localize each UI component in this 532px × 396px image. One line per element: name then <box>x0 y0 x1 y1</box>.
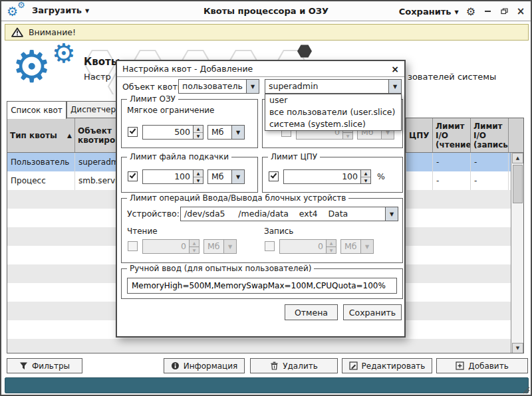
cell-type: Процесс <box>7 171 75 190</box>
spin-down-icon[interactable]: ▼ <box>343 133 352 140</box>
window-title: Квоты процессора и ОЗУ <box>203 6 329 16</box>
page-subtitle-right: зователей системы <box>408 72 496 82</box>
spin-up-icon[interactable]: ▲ <box>194 170 203 177</box>
ram-limit-group: Лимит ОЗУ Мягкое ограничение 500 ▲▼ Мб ▼ <box>121 99 258 148</box>
quota-type-select[interactable]: пользователь ▼ <box>178 79 259 94</box>
soft-limit-unit-select[interactable]: Мб ▼ <box>207 125 245 140</box>
cancel-button[interactable]: Отмена <box>285 304 338 320</box>
dropdown-option[interactable]: все пользователи (user.slice) <box>265 106 401 118</box>
column-header-type[interactable]: Тип квоты ▲ <box>7 118 75 152</box>
device-select[interactable]: /dev/sda5 /media/data ext4 Data ▼ <box>180 207 398 221</box>
warning-icon <box>11 27 23 37</box>
swap-limit-checkbox[interactable] <box>128 171 138 181</box>
io-limit-legend: Лимит операций Ввода/Вывода блочных устр… <box>127 193 348 203</box>
spin-down-icon[interactable]: ▼ <box>190 247 199 254</box>
tab-dispatcher[interactable]: Диспетчер <box>66 101 120 118</box>
settings-gear-button[interactable]: ⚙ <box>466 5 475 18</box>
filters-button[interactable]: Фильтры <box>7 358 82 373</box>
page-title: Квоты <box>84 56 120 68</box>
device-label: Устройство: <box>127 209 180 219</box>
save-menu-label: Сохранить <box>399 7 452 17</box>
io-read-unit-select[interactable]: Мб ▼ <box>203 239 237 254</box>
maximize-button[interactable] <box>499 6 509 17</box>
manual-input-field[interactable] <box>127 278 397 294</box>
spin-down-icon[interactable]: ▼ <box>194 133 203 140</box>
column-header-io-read[interactable]: Лимит I/O (чтение) <box>433 118 471 152</box>
caret-down-icon: ▼ <box>455 9 459 15</box>
swap-limit-unit-select[interactable]: Мб ▼ <box>207 169 245 184</box>
spin-up-icon[interactable]: ▲ <box>194 126 203 133</box>
tab-quota-list[interactable]: Список квот <box>7 101 66 119</box>
column-header-object[interactable]: Объект квотирования <box>75 118 118 152</box>
io-write-checkbox[interactable] <box>265 241 275 251</box>
cell-io-read: - <box>433 171 471 190</box>
spin-up-icon[interactable]: ▲ <box>327 240 336 247</box>
quota-settings-dialog: Настройка квот - Добавление × Объект кво… <box>116 60 406 338</box>
cell-io-write: - <box>471 171 509 190</box>
gear-icon: ⚙ <box>17 0 25 10</box>
gear-icon: ⚙ <box>52 40 76 66</box>
dialog-title: Настройка квот - Добавление <box>122 64 253 74</box>
ram-limit-legend: Лимит ОЗУ <box>127 94 178 104</box>
soft-limit-spinbox[interactable]: 500 ▲▼ <box>142 125 203 140</box>
scroll-up-button[interactable]: ▲ <box>512 153 523 163</box>
io-write-spinbox[interactable]: 0 ▲▼ <box>279 239 336 254</box>
spin-down-icon[interactable]: ▼ <box>194 177 203 184</box>
load-menu-button[interactable]: Загрузить ▼ <box>32 5 89 15</box>
quota-target-select[interactable]: superadmin ▼ <box>265 79 402 94</box>
target-dropdown-list: user все пользователи (user.slice) систе… <box>265 94 402 131</box>
save-menu-button[interactable]: Сохранить ▼ <box>399 7 459 17</box>
cell-cpu <box>406 153 433 171</box>
resize-grip[interactable] <box>522 386 530 394</box>
delete-button[interactable]: Удалить <box>250 358 338 373</box>
soft-limit-checkbox[interactable] <box>128 127 138 137</box>
page-subtitle-left: Настр <box>84 72 111 82</box>
caret-down-icon: ▼ <box>85 8 89 14</box>
column-header-cpu[interactable]: ЦПУ <box>406 118 433 152</box>
cpu-limit-legend: Лимит ЦПУ <box>268 152 320 161</box>
cpu-limit-spinbox[interactable]: 100 ▲▼ <box>283 169 371 184</box>
spin-up-icon[interactable]: ▲ <box>190 240 199 247</box>
add-button[interactable]: Добавить <box>436 358 528 373</box>
spin-up-icon[interactable]: ▲ <box>361 170 370 177</box>
dropdown-option[interactable]: система (system.slice) <box>265 118 401 130</box>
save-button[interactable]: Сохранить <box>343 304 402 320</box>
cell-io-read: - <box>433 153 471 171</box>
checkmark-icon <box>271 171 277 178</box>
info-button[interactable]: Информация <box>164 358 245 373</box>
scroll-thumb[interactable] <box>513 165 523 203</box>
dropdown-arrow-icon: ▼ <box>246 80 259 93</box>
io-read-checkbox[interactable] <box>128 241 138 251</box>
io-write-unit-select[interactable]: Мб ▼ <box>340 239 374 254</box>
vertical-scrollbar[interactable]: ▲ ▼ <box>511 153 523 353</box>
scroll-down-button[interactable]: ▼ <box>512 343 523 353</box>
restore-icon <box>501 8 508 15</box>
edit-button[interactable]: Редактировать <box>342 358 432 373</box>
manual-input-group: Ручной ввод (для опытных пользователей) <box>121 268 403 299</box>
spin-down-icon[interactable]: ▼ <box>361 177 370 184</box>
cell-object: superadmin <box>75 153 118 171</box>
io-write-label: Запись <box>264 227 293 236</box>
dialog-close-button[interactable]: × <box>391 64 399 74</box>
column-header-filler <box>509 118 523 152</box>
cell-io-write: - <box>471 153 509 171</box>
column-header-io-write[interactable]: Лимит I/O (запись) <box>471 118 509 152</box>
spin-down-icon[interactable]: ▼ <box>327 247 336 254</box>
trash-icon <box>270 361 279 370</box>
tab-label: Список квот <box>11 106 63 115</box>
dropdown-arrow-icon: ▼ <box>388 80 401 93</box>
close-button[interactable]: × <box>516 6 525 17</box>
cpu-limit-checkbox[interactable] <box>269 171 279 181</box>
checkmark-icon <box>130 127 136 134</box>
dialog-title-bar[interactable]: Настройка квот - Добавление × <box>117 61 404 77</box>
io-read-spinbox[interactable]: 0 ▲▼ <box>142 239 200 254</box>
gear-icon: ⚙ <box>12 45 51 89</box>
plus-icon <box>456 361 464 370</box>
swap-limit-spinbox[interactable]: 100 ▲▼ <box>142 169 203 184</box>
swap-limit-group: Лимит файла подкачки 100 ▲▼ Мб ▼ <box>121 157 258 193</box>
dropdown-option[interactable]: user <box>265 94 401 106</box>
minimize-button[interactable] <box>483 6 492 17</box>
pencil-icon <box>349 361 358 370</box>
cell-cpu <box>406 171 433 190</box>
minimize-icon <box>485 11 491 12</box>
